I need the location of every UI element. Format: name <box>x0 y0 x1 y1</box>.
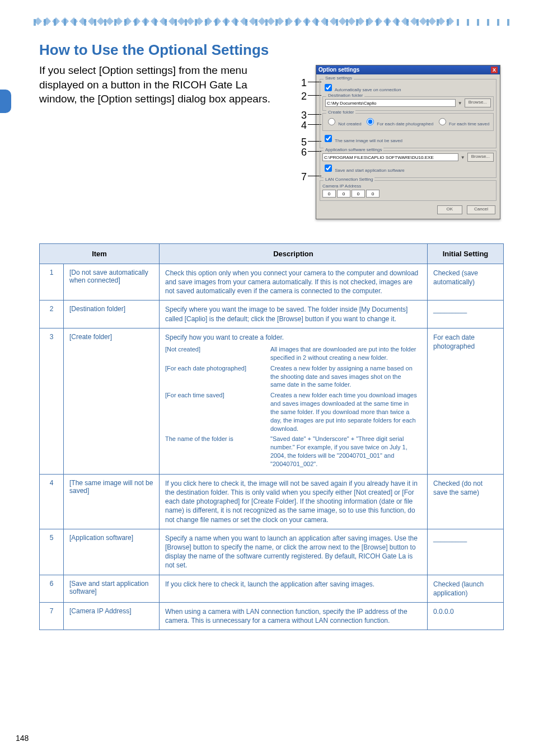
browse-button-2[interactable]: Browse... <box>467 153 494 162</box>
row-initial: Checked (do not save the same) <box>428 474 504 529</box>
same-image-checkbox[interactable] <box>325 135 332 142</box>
row-description: If you click here to check it, the image… <box>160 474 428 529</box>
table-row: 4[The same image will not be saved]If yo… <box>40 474 504 529</box>
destination-folder-label: Destination folder <box>326 93 364 98</box>
row-initial: 0.0.0.0 <box>428 602 504 630</box>
auto-save-checkbox[interactable] <box>325 84 332 91</box>
create-folder-label: Create folder <box>326 110 355 115</box>
radio-each-date-label: For each date photographed <box>377 121 433 126</box>
settings-table: Item Description Initial Setting 1[Do no… <box>39 243 504 630</box>
save-settings-label: Save settings <box>324 76 354 81</box>
row-number: 1 <box>40 264 64 300</box>
page-number: 148 <box>16 734 29 743</box>
save-start-label: Save and start application software <box>335 168 405 173</box>
row-number: 7 <box>40 602 64 630</box>
th-description: Description <box>160 243 428 264</box>
th-item: Item <box>40 243 160 264</box>
table-row: 1[Do not save automatically when connect… <box>40 264 504 300</box>
row-description: Specify how you want to create a folder.… <box>160 328 428 474</box>
ip-field-3[interactable] <box>352 190 365 198</box>
radio-each-time[interactable] <box>439 118 446 125</box>
callout-7: 7 <box>301 171 307 183</box>
callout-1: 1 <box>301 77 307 89</box>
option-settings-dialog: Option settings X Save settings Automati… <box>316 65 500 219</box>
row-number: 3 <box>40 328 64 474</box>
callout-2: 2 <box>301 91 307 102</box>
application-input[interactable] <box>322 153 458 161</box>
row-item: [Save and start application software] <box>64 575 160 602</box>
th-initial: Initial Setting <box>428 243 504 264</box>
dialog-title: Option settings <box>318 67 359 73</box>
section-heading: How to Use the Optional Settings <box>39 41 500 59</box>
save-start-checkbox[interactable] <box>325 165 332 172</box>
intro-paragraph: If you select [Option settings] from the… <box>39 63 280 106</box>
row-description: Check this option only when you connect … <box>160 264 428 300</box>
row-number: 5 <box>40 529 64 575</box>
row-initial: _________ <box>428 300 504 328</box>
side-tab <box>0 90 11 113</box>
close-icon[interactable]: X <box>491 67 498 73</box>
lan-setting-label: LAN Connection Setting <box>324 177 374 182</box>
row-initial: _________ <box>428 529 504 575</box>
radio-not-created[interactable] <box>328 118 335 125</box>
ip-field-1[interactable] <box>322 190 336 198</box>
row-item: [Camera IP Address] <box>64 602 160 630</box>
row-initial: Checked (launch application) <box>428 575 504 602</box>
browse-button-1[interactable]: Browse... <box>465 98 491 107</box>
same-image-label: The same image will not be saved <box>335 138 402 143</box>
radio-each-date[interactable] <box>367 118 374 125</box>
row-item: [The same image will not be saved] <box>64 474 160 529</box>
callout-6: 6 <box>301 147 307 158</box>
row-number: 4 <box>40 474 64 529</box>
row-item: [Create folder] <box>64 328 160 474</box>
camera-ip-label: Camera IP Address <box>322 184 494 189</box>
cancel-button[interactable]: Cancel <box>467 205 495 214</box>
ip-field-2[interactable] <box>337 190 350 198</box>
row-number: 6 <box>40 575 64 602</box>
row-number: 2 <box>40 300 64 328</box>
row-description: If you click here to check it, launch th… <box>160 575 428 602</box>
radio-each-time-label: For each time saved <box>449 121 489 126</box>
table-row: 6[Save and start application software]If… <box>40 575 504 602</box>
row-description: Specify where you want the image to be s… <box>160 300 428 328</box>
row-item: [Destination folder] <box>64 300 160 328</box>
row-description: Specify a name when you want to launch a… <box>160 529 428 575</box>
callout-4: 4 <box>301 120 307 132</box>
ornament-row <box>34 17 517 28</box>
row-initial: Checked (save automatically) <box>428 264 504 300</box>
auto-save-label: Automatically save on connection <box>335 87 401 92</box>
row-item: [Application software] <box>64 529 160 575</box>
table-row: 3[Create folder]Specify how you want to … <box>40 328 504 474</box>
table-row: 2[Destination folder]Specify where you w… <box>40 300 504 328</box>
row-description: When using a camera with LAN connection … <box>160 602 428 630</box>
row-initial: For each date photographed <box>428 328 504 474</box>
ok-button[interactable]: OK <box>437 205 463 214</box>
table-row: 7[Camera IP Address]When using a camera … <box>40 602 504 630</box>
app-settings-label: Application software settings <box>324 147 383 152</box>
row-item: [Do not save automatically when connecte… <box>64 264 160 300</box>
dialog-figure: 1 2 3 4 5 6 7 Option settings X Save set… <box>316 65 500 219</box>
ip-field-4[interactable] <box>366 190 380 198</box>
radio-not-created-label: Not created <box>338 121 361 126</box>
destination-folder-input[interactable] <box>325 99 456 107</box>
table-row: 5[Application software]Specify a name wh… <box>40 529 504 575</box>
